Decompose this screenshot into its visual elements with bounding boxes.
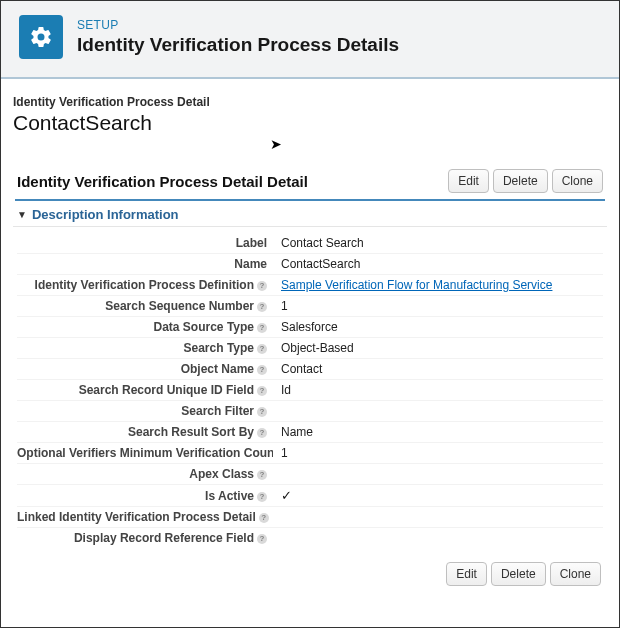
edit-button-bottom[interactable]: Edit bbox=[446, 562, 487, 586]
help-icon[interactable]: ? bbox=[257, 365, 267, 375]
help-icon[interactable]: ? bbox=[259, 513, 269, 523]
help-icon[interactable]: ? bbox=[257, 323, 267, 333]
field-linked: Linked Identity Verification Process Det… bbox=[17, 507, 603, 528]
gear-icon bbox=[19, 15, 63, 59]
field-objname: Object Name? Contact bbox=[17, 359, 603, 380]
field-objname-value: Contact bbox=[273, 362, 322, 376]
field-apex: Apex Class? bbox=[17, 464, 603, 485]
chevron-down-icon: ▼ bbox=[17, 209, 27, 220]
field-dstype: Data Source Type? Salesforce bbox=[17, 317, 603, 338]
help-icon[interactable]: ? bbox=[257, 281, 267, 291]
help-icon[interactable]: ? bbox=[257, 534, 267, 544]
description-heading[interactable]: ▼ Description Information bbox=[13, 201, 607, 227]
field-uid-value: Id bbox=[273, 383, 291, 397]
field-name-value: ContactSearch bbox=[273, 257, 360, 271]
definition-link[interactable]: Sample Verification Flow for Manufacturi… bbox=[281, 278, 552, 292]
help-icon[interactable]: ? bbox=[257, 386, 267, 396]
field-label: Label Contact Search bbox=[17, 233, 603, 254]
clone-button-bottom[interactable]: Clone bbox=[550, 562, 601, 586]
help-icon[interactable]: ? bbox=[257, 344, 267, 354]
help-icon[interactable]: ? bbox=[257, 492, 267, 502]
section-title: Identity Verification Process Detail Det… bbox=[17, 173, 308, 190]
page-body: Identity Verification Process Detail Con… bbox=[1, 79, 619, 604]
field-sortby: Search Result Sort By? Name bbox=[17, 422, 603, 443]
help-icon[interactable]: ? bbox=[257, 470, 267, 480]
setup-header: SETUP Identity Verification Process Deta… bbox=[1, 1, 619, 79]
is-active-checkmark: ✓ bbox=[273, 488, 292, 503]
field-active: Is Active? ✓ bbox=[17, 485, 603, 507]
field-minver: Optional Verifiers Minimum Verification … bbox=[17, 443, 603, 464]
page-title: Identity Verification Process Details bbox=[77, 34, 399, 56]
field-sequence: Search Sequence Number? 1 bbox=[17, 296, 603, 317]
action-buttons-top: Edit Delete Clone bbox=[448, 169, 603, 193]
field-definition: Identity Verification Process Definition… bbox=[17, 275, 603, 296]
record-title: ContactSearch bbox=[13, 111, 607, 135]
breadcrumb-setup[interactable]: SETUP bbox=[77, 18, 399, 32]
field-stype-value: Object-Based bbox=[273, 341, 354, 355]
description-heading-label: Description Information bbox=[32, 207, 179, 222]
edit-button[interactable]: Edit bbox=[448, 169, 489, 193]
action-buttons-bottom: Edit Delete Clone bbox=[13, 548, 607, 586]
field-filter: Search Filter? bbox=[17, 401, 603, 422]
help-icon[interactable]: ? bbox=[257, 407, 267, 417]
breadcrumb-detail: Identity Verification Process Detail bbox=[13, 95, 607, 109]
field-uid: Search Record Unique ID Field? Id bbox=[17, 380, 603, 401]
clone-button[interactable]: Clone bbox=[552, 169, 603, 193]
fields-list: Label Contact Search Name ContactSearch … bbox=[13, 227, 607, 548]
help-icon[interactable]: ? bbox=[257, 428, 267, 438]
field-dstype-value: Salesforce bbox=[273, 320, 338, 334]
field-sortby-value: Name bbox=[273, 425, 313, 439]
field-name: Name ContactSearch bbox=[17, 254, 603, 275]
delete-button-bottom[interactable]: Delete bbox=[491, 562, 546, 586]
field-minver-value: 1 bbox=[273, 446, 288, 460]
field-dispref: Display Record Reference Field? bbox=[17, 528, 603, 548]
delete-button[interactable]: Delete bbox=[493, 169, 548, 193]
help-icon[interactable]: ? bbox=[257, 302, 267, 312]
header-text: SETUP Identity Verification Process Deta… bbox=[77, 18, 399, 56]
field-sequence-value: 1 bbox=[273, 299, 288, 313]
field-stype: Search Type? Object-Based bbox=[17, 338, 603, 359]
field-label-value: Contact Search bbox=[273, 236, 364, 250]
